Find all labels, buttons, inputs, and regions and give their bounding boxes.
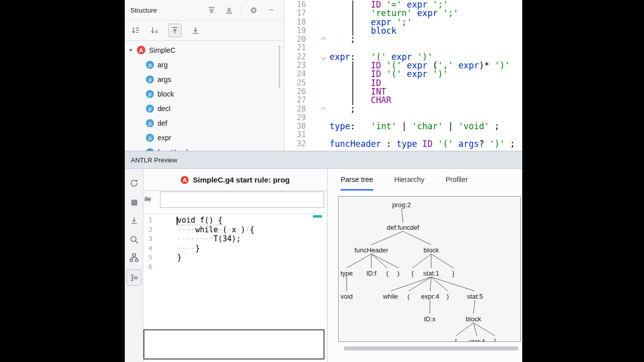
- structure-tree-item-funcHeader[interactable]: pfuncHeader: [125, 145, 284, 151]
- scroll-to-source-button[interactable]: [168, 24, 182, 37]
- parse-tree-node[interactable]: ): [447, 293, 449, 300]
- structure-panel: Structure ⚙ −: [125, 0, 284, 151]
- tree-view-icon: [130, 274, 138, 282]
- parse-tree-node[interactable]: stat:1: [423, 269, 439, 277]
- parse-tree-edge: [371, 231, 403, 245]
- hierarchy-button[interactable]: [127, 250, 141, 265]
- sort-alphabetically-button[interactable]: a: [149, 25, 160, 36]
- app-root: Structure ⚙ −: [0, 0, 644, 362]
- code-segment: T(34);: [213, 234, 240, 243]
- editor-code-area: | ID '=' expr ';' | 'return' expr ';' | …: [330, 1, 515, 148]
- preview-code-line: void f() {: [177, 216, 255, 225]
- stop-button[interactable]: [127, 195, 141, 210]
- parse-tree-edge: [390, 277, 431, 291]
- preview-message-box[interactable]: [143, 329, 325, 359]
- parse-tree-node[interactable]: {: [455, 337, 457, 342]
- parse-tree-node[interactable]: block: [466, 315, 481, 323]
- grammar-line-number: 31: [284, 131, 306, 139]
- parse-tree-hscrollbar[interactable]: [344, 346, 518, 350]
- tab-hierarchy[interactable]: Hierarchy: [394, 169, 425, 191]
- chevron-down-icon: ▾: [129, 47, 137, 53]
- parse-tree-node[interactable]: void: [341, 293, 353, 300]
- parse-tree-node[interactable]: type: [341, 269, 353, 277]
- code-segment: :: [381, 139, 396, 149]
- code-segment: {: [250, 225, 255, 234]
- fold-marker-up[interactable]: [320, 107, 326, 112]
- structure-toolbar: a: [125, 20, 284, 41]
- code-segment: [438, 8, 443, 18]
- grammar-editor[interactable]: 1617181920212223242526272829303132 | ID …: [284, 0, 522, 151]
- fold-marker-up[interactable]: [320, 37, 326, 43]
- grammar-code-line: funcHeader : type ID '(' args? ')' ;: [330, 140, 515, 148]
- structure-tree-item-expr[interactable]: pexpr: [125, 130, 284, 145]
- tab-parse-tree[interactable]: Parse tree: [341, 169, 373, 191]
- tab-profiler[interactable]: Profiler: [446, 169, 468, 191]
- antlr-preview-titlebar[interactable]: ANTLR Preview: [125, 151, 522, 169]
- structure-tree-item-decl[interactable]: pdecl: [125, 101, 284, 116]
- code-segment: args: [458, 139, 479, 149]
- parse-tree-node[interactable]: stat:4: [469, 338, 485, 342]
- grammar-line-number: 20: [284, 35, 306, 44]
- structure-tree-item-arg[interactable]: parg: [125, 57, 284, 72]
- expand-all-button[interactable]: [206, 5, 217, 16]
- code-segment: ;: [505, 139, 515, 149]
- fold-marker-down[interactable]: [320, 54, 326, 60]
- code-segment: }: [195, 244, 200, 253]
- hide-panel-button[interactable]: −: [266, 5, 277, 16]
- parse-tree-edge: [456, 323, 473, 336]
- parse-tree-node[interactable]: {: [412, 269, 414, 277]
- parser-rule-icon: p: [146, 105, 154, 113]
- code-segment: ·: [245, 225, 250, 234]
- find-button[interactable]: [127, 232, 141, 247]
- settings-button[interactable]: ⚙: [248, 5, 259, 16]
- tree-item-label: arg: [157, 61, 168, 69]
- grammar-line-number: 19: [284, 27, 306, 35]
- scroll-to-end-button[interactable]: [127, 213, 141, 228]
- grammar-line-number: 22: [284, 53, 306, 61]
- parse-tree-node[interactable]: }: [494, 337, 497, 342]
- structure-tree-item-args[interactable]: pargs: [125, 72, 284, 86]
- parse-tree-node[interactable]: }: [452, 269, 455, 277]
- grammar-line-number: 17: [284, 9, 306, 18]
- code-segment: 'char': [412, 121, 443, 131]
- parse-tree-edge: [431, 277, 448, 291]
- code-segment: ····: [177, 244, 195, 253]
- parse-tree-node[interactable]: (: [386, 269, 389, 277]
- parse-tree-node[interactable]: (: [408, 293, 410, 300]
- tree-root-label: SimpleC: [149, 46, 176, 54]
- code-segment: [412, 8, 417, 18]
- structure-tree-item-def[interactable]: pdef: [125, 116, 284, 130]
- parse-tree-node[interactable]: expr:4: [421, 293, 439, 300]
- parse-tree-edge: [413, 254, 431, 268]
- file-label: ile: [144, 195, 151, 203]
- autoscroll-from-source-button[interactable]: [190, 25, 201, 36]
- code-segment: [453, 139, 458, 149]
- parse-tree-node[interactable]: prog:2: [392, 201, 411, 209]
- parse-tree-edge: [473, 323, 495, 336]
- parse-tree-node[interactable]: ID:f: [366, 269, 377, 277]
- preview-code-editor[interactable]: 123456 void f() {····while·(·x·)·{······…: [143, 214, 325, 327]
- parse-tree-node[interactable]: ID:x: [424, 315, 436, 323]
- code-segment: void f() {: [177, 216, 222, 225]
- parse-tree-canvas[interactable]: prog:2def:funcdeffuncHeaderblocktypeID:f…: [338, 196, 521, 342]
- structure-tree-item-block[interactable]: pblock: [125, 86, 284, 101]
- structure-scrollbar[interactable]: [279, 45, 280, 88]
- parse-tree-node[interactable]: stat:5: [467, 293, 483, 300]
- refresh-button[interactable]: [127, 176, 141, 191]
- parse-tree-node[interactable]: block: [424, 246, 439, 254]
- code-segment: CHAR: [371, 95, 391, 105]
- parse-tree-node[interactable]: def:funcdef: [387, 224, 420, 231]
- structure-tree-root[interactable]: ▾ A SimpleC: [125, 43, 284, 57]
- file-input[interactable]: [160, 192, 324, 208]
- tree-view-toggle-button[interactable]: [126, 269, 141, 286]
- structure-tree: ▾ A SimpleC pargpargspblockpdeclpdefpexp…: [125, 40, 284, 151]
- preview-line-number: 4: [148, 244, 152, 253]
- parse-tree-node[interactable]: ): [397, 269, 399, 277]
- parse-tree-node[interactable]: funcHeader: [354, 246, 388, 254]
- parser-rule-icon: p: [146, 119, 154, 127]
- sort-by-type-button[interactable]: [130, 25, 141, 36]
- code-segment: 'int': [371, 121, 396, 131]
- collapse-all-button[interactable]: [223, 5, 234, 16]
- code-segment: ID: [422, 139, 432, 149]
- parse-tree-node[interactable]: while: [382, 293, 398, 300]
